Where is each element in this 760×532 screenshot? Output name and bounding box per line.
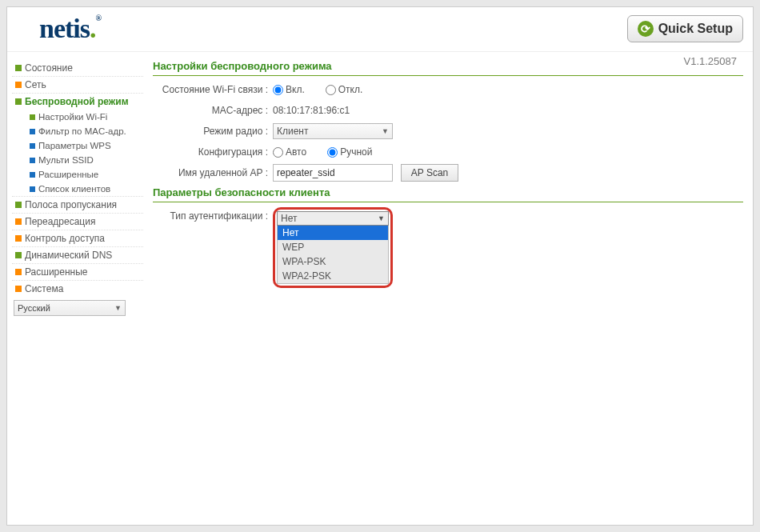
auth-type-select[interactable]: Нет ▼ — [277, 211, 389, 226]
mac-label: MAC-адрес : — [153, 105, 273, 116]
sidebar-sub-label: Мульти SSID — [38, 155, 94, 165]
select-value: Нет — [281, 213, 297, 224]
bullet-icon — [30, 129, 35, 134]
sidebar-sub-advanced[interactable]: Расширенные — [12, 167, 143, 182]
bullet-icon — [15, 65, 22, 71]
sidebar-item-label: Система — [25, 283, 63, 294]
radio-label: Авто — [286, 146, 306, 158]
bullet-icon — [30, 186, 35, 192]
logo-registered: ® — [96, 14, 101, 22]
auth-option-wpa-psk[interactable]: WPA-PSK — [278, 254, 388, 269]
wifi-state-on-radio[interactable]: Вкл. — [273, 84, 305, 95]
remote-ap-label: Имя удаленной AP : — [153, 167, 273, 178]
sidebar-item-label: Сеть — [25, 79, 46, 90]
quick-setup-button[interactable]: ⟳ Quick Setup — [627, 15, 743, 42]
radio-mode-label: Режим радио : — [153, 126, 273, 137]
bullet-icon — [15, 218, 22, 225]
bullet-icon — [15, 286, 22, 292]
bullet-icon — [30, 143, 35, 149]
sidebar-item-status[interactable]: Состояние — [12, 60, 143, 76]
wifi-state-off-radio[interactable]: Откл. — [326, 84, 363, 95]
sidebar-sub-label: Список клиентов — [38, 184, 110, 194]
sidebar-sub-wifi-settings[interactable]: Настройки Wi-Fi — [12, 110, 143, 124]
logo-dot: . — [90, 14, 96, 43]
sidebar-sub-wps[interactable]: Параметры WPS — [12, 138, 143, 153]
select-value: Клиент — [277, 126, 309, 137]
auth-option-wep[interactable]: WEP — [278, 240, 388, 254]
sidebar-sub-clients[interactable]: Список клиентов — [12, 182, 143, 196]
bullet-icon — [15, 98, 22, 105]
sidebar-item-advanced[interactable]: Расширенные — [12, 263, 143, 280]
radio-input[interactable] — [273, 147, 283, 158]
sidebar-item-network[interactable]: Сеть — [12, 76, 143, 93]
sidebar-sub-label: Настройки Wi-Fi — [38, 112, 107, 122]
sidebar-item-system[interactable]: Система — [12, 280, 143, 297]
logo-text: netis — [39, 14, 90, 43]
chevron-down-icon: ▼ — [382, 127, 389, 135]
refresh-icon: ⟳ — [638, 21, 654, 37]
chevron-down-icon: ▼ — [378, 214, 385, 222]
radio-input[interactable] — [327, 147, 338, 158]
auth-option-none[interactable]: Нет — [278, 226, 388, 240]
auth-type-dropdown: Нет WEP WPA-PSK WPA2-PSK — [277, 226, 389, 284]
sidebar-item-bandwidth[interactable]: Полоса пропускания — [12, 196, 143, 213]
config-manual-radio[interactable]: Ручной — [327, 146, 372, 158]
radio-input[interactable] — [326, 85, 336, 95]
bullet-icon — [15, 202, 22, 208]
radio-mode-select[interactable]: Клиент ▼ — [273, 123, 393, 139]
config-auto-radio[interactable]: Авто — [273, 146, 306, 158]
bullet-icon — [30, 114, 35, 120]
sidebar-sub-label: Расширенные — [38, 170, 98, 179]
bullet-icon — [15, 82, 22, 88]
radio-label: Ручной — [340, 146, 372, 158]
sidebar-item-label: Контроль доступа — [25, 233, 105, 244]
sidebar-item-forwarding[interactable]: Переадресация — [12, 213, 143, 230]
bullet-icon — [15, 252, 22, 258]
remote-ap-input[interactable] — [273, 164, 393, 182]
sidebar-sub-mac-filter[interactable]: Фильтр по MAC-адр. — [12, 124, 143, 138]
sidebar-item-label: Полоса пропускания — [25, 199, 117, 210]
auth-type-select-highlight: Нет ▼ Нет WEP WPA-PSK WPA2-PSK — [273, 207, 393, 288]
sidebar-item-access-control[interactable]: Контроль доступа — [12, 230, 143, 246]
sidebar-item-wireless[interactable]: Беспроводной режим — [12, 93, 143, 110]
header: netis.® ⟳ Quick Setup — [7, 7, 753, 52]
language-select[interactable]: Русский ▼ — [14, 300, 126, 316]
chevron-down-icon: ▼ — [114, 304, 125, 312]
config-label: Конфигурация : — [153, 146, 273, 158]
auth-type-label: Тип аутентификации : — [153, 207, 273, 222]
language-value: Русский — [18, 303, 50, 313]
content-panel: Настройки беспроводного режима Состояние… — [143, 52, 753, 525]
sidebar-sub-multi-ssid[interactable]: Мульти SSID — [12, 153, 143, 167]
logo: netis.® — [39, 14, 101, 44]
sidebar-sub-label: Фильтр по MAC-адр. — [38, 126, 126, 136]
bullet-icon — [30, 172, 35, 178]
quick-setup-label: Quick Setup — [658, 22, 733, 36]
sidebar-sub-label: Параметры WPS — [38, 141, 111, 150]
radio-label: Вкл. — [286, 84, 305, 95]
sidebar-item-label: Беспроводной режим — [25, 96, 129, 107]
sidebar: Состояние Сеть Беспроводной режим Настро… — [7, 52, 143, 525]
sidebar-item-label: Динамический DNS — [25, 250, 112, 261]
sidebar-item-label: Расширенные — [25, 266, 88, 278]
mac-value: 08:10:17:81:96:c1 — [273, 105, 350, 116]
section-wireless-title: Настройки беспроводного режима — [153, 57, 743, 76]
bullet-icon — [15, 269, 22, 275]
sidebar-item-ddns[interactable]: Динамический DNS — [12, 246, 143, 263]
section-security-title: Параметры безопасности клиента — [153, 183, 743, 202]
sidebar-item-label: Состояние — [25, 62, 73, 74]
sidebar-item-label: Переадресация — [25, 216, 95, 227]
auth-option-wpa2-psk[interactable]: WPA2-PSK — [278, 269, 388, 283]
radio-label: Откл. — [338, 84, 363, 95]
bullet-icon — [15, 235, 22, 242]
radio-input[interactable] — [273, 85, 283, 95]
wifi-state-label: Состояние Wi-Fi связи : — [153, 84, 273, 95]
bullet-icon — [30, 158, 35, 163]
ap-scan-button[interactable]: AP Scan — [401, 164, 458, 182]
